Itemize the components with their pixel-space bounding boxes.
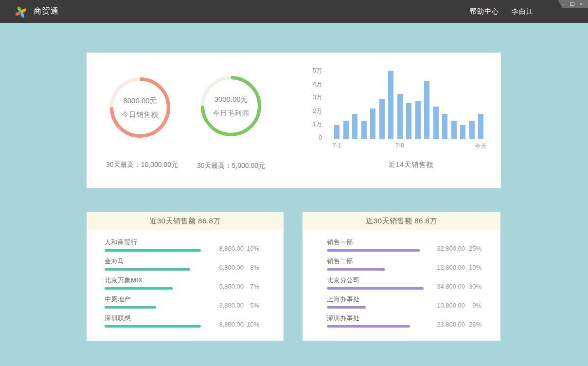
- rank-item-percent: 26%: [469, 321, 481, 328]
- chart-bar: [361, 121, 367, 140]
- chart-bar: [433, 107, 439, 139]
- chart-bar: [424, 81, 429, 139]
- rank-item-name: 销售一部: [327, 238, 353, 247]
- chart-bar: [334, 125, 339, 139]
- rank-item-bar: [105, 306, 156, 309]
- today-sales-gauge: 8000.00元 今日销售额: [108, 76, 172, 139]
- rank-item-amount: 32,800.00: [437, 245, 465, 252]
- chart-bar: [379, 99, 385, 140]
- maximize-button[interactable]: [570, 1, 574, 7]
- chart-bar: [478, 114, 483, 139]
- maximize-icon: [570, 2, 574, 6]
- rank-item-bar: [105, 268, 190, 271]
- user-menu[interactable]: 李白江: [512, 7, 534, 16]
- rank-item-bar: [105, 249, 201, 252]
- app-window: 商贸通 帮助中心 李白江 × 8000.00元 今日销售额 30天最高：10,0…: [0, 0, 588, 366]
- app-logo-icon: [15, 5, 27, 18]
- help-center-link[interactable]: 帮助中心: [470, 7, 499, 16]
- rank-list-item: 销售一部 32,800.00 25%: [303, 236, 500, 255]
- rank-item-percent: 10%: [247, 321, 259, 328]
- rank-list-item: 人和商贸行 8,800.00 10%: [87, 236, 284, 255]
- chart-bar: [370, 109, 375, 139]
- rank-item-percent: 10%: [247, 245, 259, 252]
- rank-item-name: 上海办事处: [327, 295, 360, 304]
- chart-bar: [442, 114, 447, 139]
- rank-item-amount: 10,800.00: [437, 302, 465, 309]
- rank-item-percent: 7%: [250, 283, 259, 290]
- rank-item-name: 销售二部: [327, 257, 353, 266]
- chart-bar: [352, 114, 357, 139]
- department-sales-ranking-card: 近30天销售额 86.8万 销售一部 32,800.00 25% 销售二部 12…: [303, 212, 500, 341]
- rank-item-bar: [105, 325, 201, 328]
- x-axis-tick: 7-1: [322, 142, 352, 149]
- rank-item-bar: [327, 249, 420, 252]
- y-axis-tick: 5万: [307, 67, 322, 74]
- chart-bar: [451, 121, 457, 140]
- rank-card-title: 近30天销售额 86.8万: [87, 212, 284, 230]
- today-overview-card: 8000.00元 今日销售额 30天最高：10,000.00元 3000.00元…: [87, 53, 501, 188]
- rank-item-percent: 10%: [469, 264, 481, 271]
- minimize-icon: [561, 4, 565, 4]
- x-axis-tick: 7-8: [385, 142, 414, 149]
- rank-item-bar: [327, 287, 424, 290]
- customer-rank-list: 人和商贸行 8,800.00 10% 金海马 6,800.00 8% 北京万象M…: [87, 230, 284, 331]
- rank-list-item: 深圳办事处 23,800.00 26%: [303, 312, 500, 331]
- rank-item-percent: 30%: [469, 283, 481, 290]
- title-bar: 商贸通 帮助中心 李白江: [0, 0, 588, 23]
- rank-item-percent: 9%: [472, 302, 481, 309]
- chart-bar: [397, 94, 403, 140]
- rank-item-name: 北京分公司: [327, 276, 360, 285]
- rank-list-item: 北京分公司 34,800.00 30%: [303, 274, 500, 293]
- rank-item-amount: 6,800.00: [219, 264, 244, 271]
- rank-item-name: 人和商贸行: [105, 238, 138, 247]
- rank-item-name: 深圳联想: [105, 314, 131, 323]
- rank-item-amount: 23,800.00: [437, 321, 465, 328]
- rank-item-amount: 5,800.00: [219, 283, 244, 290]
- chart-bar: [415, 101, 421, 139]
- rank-item-percent: 5%: [250, 302, 259, 309]
- y-axis-tick: 0: [307, 134, 322, 141]
- today-profit-value: 3000.00元: [214, 95, 248, 104]
- rank-list-item: 销售二部 12,800.00 10%: [303, 255, 500, 274]
- rank-item-name: 金海马: [105, 257, 125, 266]
- bar-chart-title: 近14天销售额: [357, 161, 464, 169]
- rank-item-percent: 25%: [469, 245, 481, 252]
- rank-item-bar: [105, 287, 173, 290]
- chart-bar: [343, 121, 349, 140]
- rank-item-amount: 34,800.00: [437, 283, 465, 290]
- rank-item-bar: [327, 268, 385, 271]
- chart-bar: [469, 121, 475, 140]
- rank-list-item: 金海马 6,800.00 8%: [87, 255, 284, 274]
- chart-bar: [406, 103, 411, 139]
- rank-list-item: 上海办事处 10,800.00 9%: [303, 293, 500, 312]
- window-controls: ×: [558, 0, 588, 8]
- department-rank-list: 销售一部 32,800.00 25% 销售二部 12,800.00 10% 北京…: [303, 230, 500, 331]
- today-profit-caption: 今日毛利润: [213, 109, 249, 118]
- top-navigation: 帮助中心 李白江: [470, 7, 534, 16]
- rank-list-item: 北京万象MIX 5,800.00 7%: [87, 274, 284, 293]
- sales-14day-bar-chart: 近14天销售额 5万4万3万2万1万07-17-8今天: [315, 66, 505, 178]
- chart-bar: [460, 125, 465, 139]
- close-button[interactable]: ×: [579, 1, 584, 7]
- gauge-center-text: 3000.00元 今日毛利润: [199, 74, 263, 138]
- rank-item-name: 深圳办事处: [327, 314, 360, 323]
- rank-item-amount: 3,800.00: [219, 302, 244, 309]
- rank-item-percent: 8%: [250, 264, 259, 271]
- today-sales-caption: 今日销售额: [122, 110, 159, 119]
- today-sales-value: 8000.00元: [123, 96, 157, 106]
- rank-item-amount: 12,800.00: [437, 264, 465, 271]
- rank-item-name: 北京万象MIX: [105, 276, 143, 285]
- app-title: 商贸通: [34, 6, 59, 17]
- rank-item-bar: [327, 306, 366, 309]
- rank-list-item: 中原地产 3,800.00 5%: [87, 293, 284, 312]
- rank-item-name: 中原地产: [105, 295, 131, 304]
- gauge-center-text: 8000.00元 今日销售额: [108, 76, 172, 139]
- y-axis-tick: 2万: [307, 108, 322, 114]
- rank-item-amount: 8,800.00: [219, 245, 244, 252]
- y-axis-tick: 3万: [307, 94, 322, 101]
- rank-item-amount: 8,800.00: [219, 321, 244, 328]
- rank-list-item: 深圳联想 8,800.00 10%: [87, 312, 284, 331]
- rank-card-title: 近30天销售额 86.8万: [303, 212, 500, 230]
- profit-30day-max: 30天最高：5,000.00元: [180, 162, 282, 170]
- today-profit-gauge: 3000.00元 今日毛利润: [199, 74, 263, 138]
